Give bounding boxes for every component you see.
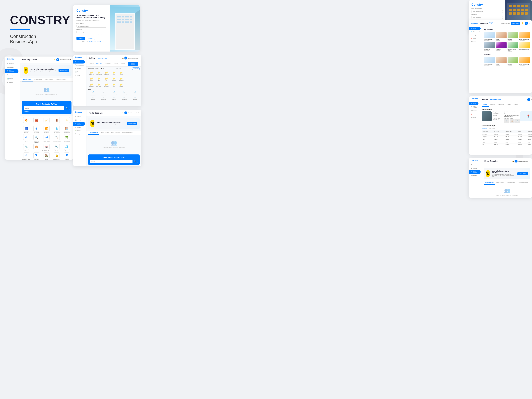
sidebar-item-buildings[interactable]: 🏢 Buildings (5, 65, 20, 69)
category-cleaning[interactable]: 🧹 Cleaning (42, 117, 51, 125)
find-spec-lower-buildings[interactable]: 🏢 Buildings (73, 118, 86, 122)
category-inspection[interactable]: 🔍 Inspection & Appraisals (32, 134, 41, 143)
find-spec-br-buildings[interactable]: 🏢 Buildings (469, 167, 482, 170)
bdetail-sidebar-find-spec[interactable]: 🔍 Find a Specialist (469, 105, 480, 109)
tab-completed-projects[interactable]: Completed Projects (55, 78, 67, 82)
find-spec-lower-messages[interactable]: ✉ Messages (73, 126, 86, 129)
folder-certificate[interactable]: 📁 Certificate.png (95, 71, 102, 75)
bdetail-sidebar-reports[interactable]: 📊 Reports (469, 112, 480, 116)
building-thumb-orlando[interactable]: Orlando Mediterranean (519, 42, 530, 52)
folder-work-permits[interactable]: 📁 Work Permits (95, 83, 102, 87)
search-contractor-button[interactable]: 🔍 (64, 106, 70, 110)
add-building-button[interactable]: + Add Building (511, 22, 520, 25)
sidebar-item-messages[interactable]: ✉ Messages (5, 73, 20, 77)
tab-accepting-bids[interactable]: Accepting Bids (22, 78, 33, 82)
file-cert2[interactable]: 📄 Certificate.png (99, 97, 108, 100)
find-spec-br-post-btn[interactable]: Post a Project (517, 172, 528, 175)
docs-sidebar-find-spec[interactable]: 🔍 Find a Specialist (73, 63, 86, 67)
folder-softcals[interactable]: 📁 Soft.cals.xls (88, 71, 95, 75)
find-spec-lower-post-btn[interactable]: Post a Project (127, 122, 137, 125)
gmail-link[interactable]: Gmail (89, 41, 92, 42)
bdetail-tab-general[interactable]: General (482, 103, 489, 107)
forgot-password-link[interactable]: Forgot Password? (76, 34, 106, 35)
blist-sidebar-settings[interactable]: ⚙ Settings (469, 27, 481, 30)
file-rename[interactable]: 📄 Rename Renamed File (99, 91, 108, 95)
sidebar-item-settings[interactable]: ⚙ Settings (5, 81, 20, 84)
prospect-thumb-4[interactable]: Empire State Building New York, USA (519, 57, 530, 66)
find-spec-lower-tab-accepting[interactable]: Accepting Bids (88, 131, 99, 135)
find-spec-lower-find-spec[interactable]: 🔍 Find a Specialist (73, 122, 85, 126)
folder-survey[interactable]: 📁 Survey (88, 77, 95, 81)
sidebar-item-reports[interactable]: 📊 Reports (5, 77, 20, 81)
docs-sidebar-settings[interactable]: ⚙ Settings (73, 60, 85, 63)
folder-environmental[interactable]: 📁 Environmental (88, 83, 95, 87)
category-painting[interactable]: 🎨 Painting (32, 144, 41, 152)
find-spec-lower-reports[interactable]: 📊 Reports (73, 129, 86, 132)
tab-document[interactable]: Document (95, 61, 103, 66)
find-spec-lower-settings[interactable]: ⚙ Settings (73, 132, 86, 136)
signup-password-input[interactable] (471, 16, 503, 19)
find-spec-br-dashboard[interactable]: ⊞ Dashboard (469, 163, 482, 167)
bdetail-sidebar-messages[interactable]: ✉ Messages (469, 109, 480, 112)
blist-sidebar-reports[interactable]: 📊 Reports (469, 37, 482, 40)
find-spec-lower-tab-active[interactable]: Active Contracts (110, 131, 121, 135)
search-contractor-input[interactable] (24, 106, 64, 110)
category-renovations[interactable]: 🏗 Renovations (32, 152, 41, 160)
category-boilers[interactable]: 🔥 Boilers (22, 117, 31, 125)
bdetail-tab-finance[interactable]: Finance (506, 103, 513, 107)
tab-finance[interactable]: Finance (112, 61, 119, 66)
folder-contracts[interactable]: 📁 Contracts (118, 83, 125, 87)
category-hvac[interactable]: ❄ HVAC (22, 134, 31, 143)
category-electrical[interactable]: ⚡ Electrical (62, 117, 71, 125)
find-spec-lower-dashboard[interactable]: ⊞ Dashboard (73, 115, 86, 118)
file-drawn[interactable]: 📄 Drawn Marko Favourite (88, 91, 98, 95)
category-pumps[interactable]: 💦 Pumps (62, 144, 71, 152)
hard-costs-tab[interactable]: Hard Costs (489, 127, 495, 129)
find-spec-lower-search-input[interactable] (90, 160, 133, 163)
email-input[interactable] (76, 25, 106, 28)
folder-floor-plans[interactable]: 📁 Floor Plans (103, 83, 110, 87)
category-scaffolding[interactable]: 🏗 Scaffolding (62, 152, 71, 160)
tab-bidding-started[interactable]: Bidding Started (33, 78, 43, 82)
find-spec-br-find-spec[interactable]: 🔍 Find a Specialist (469, 170, 481, 174)
buildings-list-filter[interactable]: ▾ All (489, 22, 493, 24)
file-idphoto2[interactable]: 📄 idPhoto.png (120, 91, 129, 95)
tab-general[interactable]: General (88, 61, 95, 66)
category-landscaping[interactable]: 🌿 Landscaping (62, 134, 71, 143)
sidebar-item-dashboard[interactable]: ⊞ Dashboard (5, 62, 20, 65)
category-escalators[interactable]: 📶 Escalators (42, 126, 51, 133)
find-spec-br-tab-accepting[interactable]: Accepting Bids (484, 181, 495, 185)
category-pest-control[interactable]: 🐭 Pest & Rodent Control (42, 144, 51, 152)
password-input[interactable] (76, 31, 106, 33)
soft-costs-tab[interactable]: Soft Costs (482, 127, 487, 129)
prospect-thumb-1[interactable]: White House Tower New York, USA (484, 57, 495, 66)
find-spec-br-messages[interactable]: ✉ Messages (469, 174, 482, 177)
category-elevators[interactable]: 🛗 Elevators (22, 126, 31, 133)
category-interior-renovation[interactable]: 🔨 Interior Renovation (52, 134, 61, 143)
folder-title[interactable]: 📁 Title (95, 77, 102, 81)
blist-sidebar-settings2[interactable]: ⚙ Settings (469, 40, 482, 43)
search-tag[interactable]: Search (24, 111, 29, 112)
find-spec-br-tab-bidding[interactable]: Bidding Started (495, 181, 506, 185)
signin-button[interactable]: Sign In (76, 37, 85, 40)
upload-document-button[interactable]: Upload Document (128, 62, 138, 66)
file-cert[interactable]: 📄 Certificate.png (109, 91, 119, 95)
tab-settings[interactable]: Settings (119, 61, 126, 66)
file-soft4[interactable]: 📄 Soft.cals.xls (130, 97, 140, 100)
category-doors[interactable]: 🚪 Doors (52, 117, 61, 125)
category-equipment[interactable]: ⚙ Equipment (32, 126, 41, 133)
docs-sidebar-reports[interactable]: 📊 Reports (73, 70, 86, 74)
blist-sidebar-messages[interactable]: ✉ Messages (469, 33, 482, 37)
building-thumb-white-house[interactable]: White House Tower New York, USA (484, 32, 495, 41)
category-brick-masonry[interactable]: 🧱 Brick Masonry (32, 117, 41, 125)
category-metalwork[interactable]: 🔩 Metalwork (22, 144, 31, 152)
category-safety-security[interactable]: 🔒 Safety, Security & Surveillance (52, 152, 61, 160)
bdetail-sidebar-settings2[interactable]: ⚙ Settings (469, 116, 480, 119)
post-project-button[interactable]: Post a Project (58, 69, 69, 72)
category-fire-sprinklers[interactable]: 💧 Fire Sprinklers (52, 126, 61, 133)
file-idphoto3[interactable]: 📄 idPhoto.png (109, 97, 119, 100)
folder-lease[interactable]: 📁 Lease (111, 83, 117, 87)
bdetail-sidebar-settings[interactable]: ⚙ Settings (469, 102, 478, 105)
sidebar-item-find-specialist[interactable]: 🔍 Find a Specialist (5, 69, 19, 73)
folder-staleor1[interactable]: 📁 staleor (111, 71, 117, 75)
